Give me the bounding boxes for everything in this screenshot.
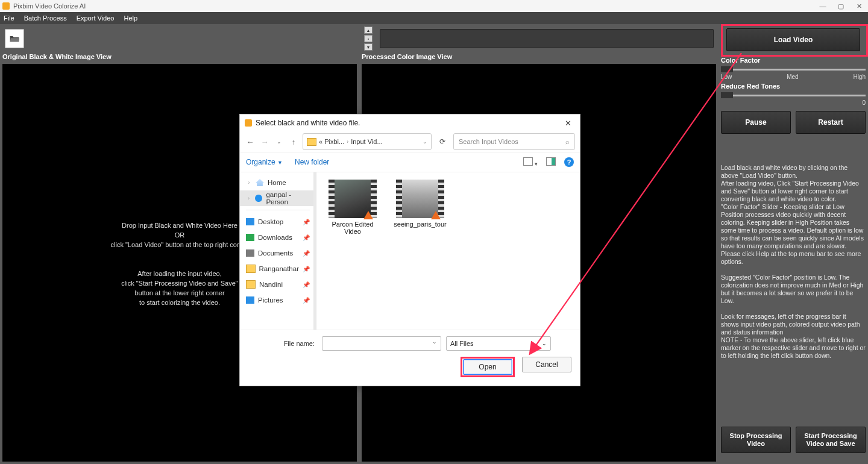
search-icon: ⌕ (565, 138, 570, 145)
file-type-select[interactable]: All Files⌄ (446, 336, 551, 351)
chevron-right-icon: › (347, 139, 348, 145)
folder-icon (246, 280, 256, 289)
load-video-button[interactable]: Load Video (726, 28, 860, 51)
annotation-highlight-open: Open (461, 357, 515, 377)
close-window-button[interactable]: ✕ (850, 0, 868, 12)
info-text: Load black and white video by clicking o… (721, 164, 866, 360)
file-name-input[interactable]: ⌄ (322, 336, 441, 351)
reduce-red-label: Reduce Red Tones (721, 83, 866, 90)
open-button[interactable]: Open (463, 359, 512, 375)
file-name-label: File name: (248, 340, 317, 347)
dialog-nav-pane: ›Home ›ganpal - Person Desktop📌 Download… (240, 172, 316, 330)
nav-up-button[interactable]: ↑ (288, 137, 299, 146)
open-file-button[interactable] (5, 29, 24, 48)
original-view-label: Original Black & White Image View (0, 53, 359, 64)
document-icon (246, 249, 254, 257)
organize-menu[interactable]: Organize ▼ (246, 158, 283, 166)
chevron-down-icon[interactable]: ⌄ (423, 139, 427, 145)
folder-icon (307, 138, 316, 146)
color-factor-slider[interactable] (721, 65, 866, 74)
pin-icon: 📌 (303, 297, 310, 304)
chevron-down-icon: ⌄ (542, 340, 547, 346)
minimize-button[interactable]: — (814, 0, 832, 12)
restart-button[interactable]: Restart (796, 111, 866, 134)
dialog-title: Select black and white video file. (256, 119, 561, 127)
color-factor-label: Color Factor (721, 57, 866, 64)
video-thumb-icon (396, 180, 444, 218)
processed-view-label: Processed Color Image View (359, 53, 719, 64)
vlc-cone-icon (431, 211, 441, 219)
window-title: Pixbim Video Colorize AI (13, 2, 86, 10)
menu-file[interactable]: File (4, 14, 14, 22)
picture-icon (246, 296, 254, 304)
pause-button[interactable]: Pause (721, 111, 791, 134)
menu-help[interactable]: Help (124, 14, 137, 22)
view-mode-button[interactable]: ▾ (523, 157, 538, 168)
file-item[interactable]: seeing_paris_tour (394, 180, 447, 228)
pin-icon: 📌 (303, 234, 310, 241)
download-icon (246, 234, 254, 241)
folder-open-icon (10, 34, 19, 43)
file-item[interactable]: Parcon Edited Video (326, 180, 379, 235)
nav-folder1[interactable]: Ranganathar📌 (240, 261, 316, 277)
nav-desktop[interactable]: Desktop📌 (240, 214, 316, 230)
dialog-logo-icon (245, 119, 252, 127)
nav-downloads[interactable]: Downloads📌 (240, 230, 316, 245)
nav-personal[interactable]: ›ganpal - Person (240, 190, 316, 206)
frame-stepper[interactable]: ▲▪▼ (364, 27, 373, 51)
nav-documents[interactable]: Documents📌 (240, 245, 316, 261)
nav-pictures[interactable]: Pictures📌 (240, 292, 316, 308)
start-processing-button[interactable]: Start Processing Video and Save (796, 427, 866, 453)
side-panel: Load Video Color Factor LowMedHigh Reduc… (719, 24, 868, 464)
maximize-button[interactable]: ▢ (832, 0, 850, 12)
vlc-cone-icon (363, 211, 373, 219)
nav-home[interactable]: ›Home (240, 175, 316, 190)
address-bar[interactable]: « Pixbi... › Input Vid... ⌄ (303, 133, 432, 150)
folder-icon (246, 265, 256, 273)
menu-bar: File Batch Process Export Video Help (0, 12, 868, 24)
pin-icon: 📌 (303, 266, 310, 272)
window-titlebar: Pixbim Video Colorize AI — ▢ ✕ (0, 0, 868, 12)
app-logo-icon (2, 2, 10, 10)
menu-export[interactable]: Export Video (77, 14, 115, 22)
help-icon[interactable]: ? (564, 157, 574, 167)
preview-pane-button[interactable] (546, 157, 556, 168)
file-open-dialog: Select black and white video file. ✕ ← →… (239, 114, 580, 386)
cancel-button[interactable]: Cancel (522, 357, 571, 372)
desktop-icon (246, 218, 254, 225)
pin-icon: 📌 (303, 250, 310, 257)
menu-batch[interactable]: Batch Process (24, 14, 67, 22)
cloud-icon (255, 195, 263, 202)
video-thumb-icon (329, 180, 377, 218)
chevron-down-icon[interactable]: ⌄ (432, 339, 437, 345)
chevron-right-icon: › (246, 195, 251, 201)
input-path-display (28, 29, 360, 48)
home-icon (256, 179, 264, 186)
nav-recent-button[interactable]: ⌄ (274, 139, 285, 145)
new-folder-button[interactable]: New folder (295, 158, 329, 166)
nav-back-button[interactable]: ← (245, 137, 256, 146)
pin-icon: 📌 (303, 219, 310, 225)
dialog-close-button[interactable]: ✕ (561, 119, 575, 128)
output-path-field[interactable] (380, 29, 714, 48)
pin-icon: 📌 (303, 281, 310, 288)
chevron-down-icon: ▼ (277, 160, 283, 166)
nav-forward-button[interactable]: → (259, 137, 270, 146)
reduce-red-slider[interactable] (721, 91, 866, 99)
file-list[interactable]: Parcon Edited Video seeing_paris_tour (316, 172, 580, 330)
search-input[interactable]: Search Input Videos ⌕ (453, 133, 575, 150)
refresh-button[interactable]: ⟳ (435, 137, 450, 146)
stop-processing-button[interactable]: Stop Processing Video (721, 427, 791, 453)
chevron-right-icon: › (246, 180, 252, 186)
nav-folder2[interactable]: Nandini📌 (240, 277, 316, 292)
search-placeholder: Search Input Videos (459, 138, 518, 145)
